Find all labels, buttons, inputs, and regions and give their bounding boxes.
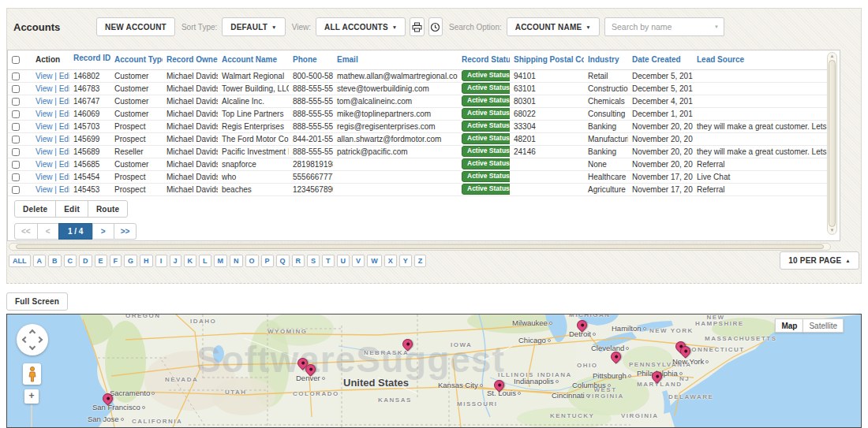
- per-page-dropdown[interactable]: 10 PER PAGE ▲: [780, 251, 859, 270]
- column-header-record-owner[interactable]: Record Owner: [163, 50, 218, 69]
- edit-link[interactable]: Edit: [59, 160, 69, 169]
- map[interactable]: SoftwareSuggest United States OREGONIDAH…: [6, 314, 862, 428]
- column-header-industry[interactable]: Industry: [584, 50, 628, 69]
- vertical-scrollbar[interactable]: ▲ ▼: [827, 52, 837, 235]
- edit-button[interactable]: Edit: [55, 200, 88, 218]
- row-checkbox[interactable]: [12, 173, 20, 181]
- page-button[interactable]: >>: [114, 223, 137, 240]
- column-header-action[interactable]: Action: [32, 50, 69, 69]
- map-type-map[interactable]: Map: [775, 318, 803, 333]
- zoom-in-button[interactable]: +: [24, 389, 39, 404]
- pan-up-icon[interactable]: [29, 329, 36, 336]
- new-account-button[interactable]: NEW ACCOUNT: [96, 17, 175, 36]
- view-link[interactable]: View: [36, 84, 53, 93]
- row-checkbox[interactable]: [12, 123, 20, 131]
- current-page[interactable]: 1 / 4: [58, 223, 93, 240]
- column-header-date-created[interactable]: Date Created: [628, 50, 693, 69]
- page-button[interactable]: <: [37, 223, 59, 240]
- edit-link[interactable]: Edit: [59, 122, 69, 131]
- view-link[interactable]: View: [36, 110, 53, 118]
- page-button[interactable]: >: [92, 223, 114, 240]
- alphabet-filter-w[interactable]: W: [367, 255, 382, 267]
- pan-control[interactable]: [17, 324, 48, 355]
- view-link[interactable]: View: [36, 160, 53, 169]
- alphabet-filter-x[interactable]: X: [384, 255, 397, 267]
- column-header-email[interactable]: Email: [333, 50, 458, 69]
- route-button[interactable]: Route: [88, 200, 128, 218]
- alphabet-filter-a[interactable]: A: [33, 255, 47, 267]
- alphabet-filter-q[interactable]: Q: [276, 255, 290, 267]
- column-header-lead-source[interactable]: Lead Source: [693, 50, 827, 69]
- street-view-pegman[interactable]: [23, 363, 41, 385]
- view-link[interactable]: View: [36, 122, 53, 131]
- edit-link[interactable]: Edit: [59, 185, 69, 194]
- row-checkbox[interactable]: [12, 98, 20, 106]
- column-header-phone[interactable]: Phone: [289, 50, 333, 69]
- edit-link[interactable]: Edit: [59, 97, 69, 106]
- row-checkbox[interactable]: [12, 110, 20, 118]
- alphabet-filter-v[interactable]: V: [352, 255, 365, 267]
- row-checkbox[interactable]: [12, 186, 20, 194]
- zoom-slider-track[interactable]: [31, 405, 32, 427]
- alphabet-filter-f[interactable]: F: [110, 255, 122, 267]
- view-link[interactable]: View: [36, 185, 53, 194]
- recent-history-button[interactable]: [428, 17, 443, 36]
- select-all-checkbox[interactable]: [12, 56, 20, 64]
- print-button[interactable]: [410, 17, 424, 36]
- pan-left-icon[interactable]: [22, 337, 28, 343]
- edit-link[interactable]: Edit: [59, 84, 69, 93]
- column-header-record-id[interactable]: Record ID▼: [69, 50, 110, 69]
- row-checkbox[interactable]: [12, 148, 20, 156]
- view-link[interactable]: View: [36, 97, 53, 106]
- alphabet-filter-p[interactable]: P: [261, 255, 274, 267]
- view-link[interactable]: View: [36, 173, 53, 181]
- alphabet-filter-l[interactable]: L: [199, 255, 211, 267]
- alphabet-filter-i[interactable]: I: [155, 255, 167, 267]
- horizontal-scrollbar-thumb[interactable]: [16, 244, 824, 249]
- full-screen-button[interactable]: Full Screen: [6, 292, 68, 311]
- alphabet-filter-s[interactable]: S: [307, 255, 320, 267]
- alphabet-filter-all[interactable]: ALL: [9, 255, 31, 267]
- alphabet-filter-m[interactable]: M: [214, 255, 228, 267]
- alphabet-filter-n[interactable]: N: [230, 255, 243, 267]
- edit-link[interactable]: Edit: [59, 135, 69, 143]
- row-checkbox[interactable]: [12, 85, 20, 93]
- search-option-dropdown[interactable]: ACCOUNT NAME ▼: [507, 17, 600, 36]
- alphabet-filter-d[interactable]: D: [79, 255, 92, 267]
- alphabet-filter-g[interactable]: G: [124, 255, 137, 267]
- page-button[interactable]: <<: [14, 223, 38, 240]
- edit-link[interactable]: Edit: [59, 72, 69, 80]
- row-checkbox[interactable]: [12, 73, 20, 80]
- alphabet-filter-c[interactable]: C: [64, 255, 77, 267]
- horizontal-scrollbar[interactable]: [9, 243, 831, 251]
- row-checkbox[interactable]: [12, 136, 20, 143]
- edit-link[interactable]: Edit: [59, 173, 69, 181]
- edit-link[interactable]: Edit: [59, 147, 69, 156]
- edit-link[interactable]: Edit: [59, 110, 69, 118]
- alphabet-filter-t[interactable]: T: [322, 255, 335, 267]
- alphabet-filter-j[interactable]: J: [170, 255, 181, 267]
- view-link[interactable]: View: [36, 135, 53, 143]
- alphabet-filter-h[interactable]: H: [140, 255, 153, 267]
- pan-right-icon[interactable]: [36, 337, 43, 343]
- view-link[interactable]: View: [36, 72, 53, 80]
- alphabet-filter-u[interactable]: U: [337, 255, 350, 267]
- vertical-scrollbar-thumb[interactable]: [829, 60, 836, 227]
- alphabet-filter-r[interactable]: R: [292, 255, 305, 267]
- search-input[interactable]: [604, 17, 724, 36]
- alphabet-filter-e[interactable]: E: [95, 255, 107, 267]
- alphabet-filter-y[interactable]: Y: [399, 255, 412, 267]
- view-link[interactable]: View: [36, 147, 53, 156]
- alphabet-filter-b[interactable]: B: [48, 255, 62, 267]
- alphabet-filter-k[interactable]: K: [184, 255, 197, 267]
- sort-type-dropdown[interactable]: DEFAULT ▼: [222, 17, 285, 36]
- column-header-account-type[interactable]: Account Type: [110, 50, 163, 69]
- delete-button[interactable]: Delete: [14, 200, 56, 218]
- column-header-shipping-postal-code[interactable]: Shipping Postal Code: [510, 50, 584, 69]
- pan-down-icon[interactable]: [29, 344, 36, 350]
- map-type-satellite[interactable]: Satellite: [803, 318, 844, 333]
- alphabet-filter-o[interactable]: O: [245, 255, 259, 267]
- column-header-account-name[interactable]: Account Name: [218, 50, 289, 69]
- alphabet-filter-z[interactable]: Z: [414, 255, 427, 267]
- row-checkbox[interactable]: [12, 161, 20, 169]
